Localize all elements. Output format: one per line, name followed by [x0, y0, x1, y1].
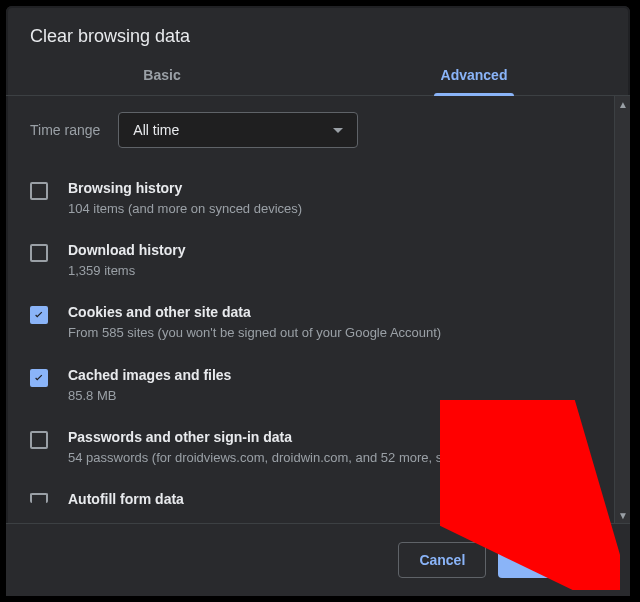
- data-type-title: Cookies and other site data: [68, 304, 594, 320]
- data-type-desc: 85.8 MB: [68, 387, 594, 405]
- clear-data-button[interactable]: Clear data: [498, 542, 606, 578]
- checkbox-download-history[interactable]: [30, 244, 48, 262]
- data-type-text: Browsing history 104 items (and more on …: [68, 180, 594, 218]
- data-type-desc: 104 items (and more on synced devices): [68, 200, 594, 218]
- data-type-desc: From 585 sites (you won't be signed out …: [68, 324, 594, 342]
- time-range-label: Time range: [30, 122, 100, 138]
- cancel-button[interactable]: Cancel: [398, 542, 486, 578]
- scrollbar[interactable]: ▲ ▼: [614, 96, 630, 523]
- checkbox-cached-images[interactable]: [30, 369, 48, 387]
- data-type-row: Passwords and other sign-in data 54 pass…: [30, 419, 594, 481]
- data-type-text: Cached images and files 85.8 MB: [68, 367, 594, 405]
- data-type-title: Download history: [68, 242, 594, 258]
- scroll-up-icon[interactable]: ▲: [615, 96, 630, 112]
- data-type-row: Browsing history 104 items (and more on …: [30, 170, 594, 232]
- checkbox-browsing-history[interactable]: [30, 182, 48, 200]
- scrollbar-track[interactable]: [615, 112, 630, 507]
- tab-advanced[interactable]: Advanced: [318, 53, 630, 95]
- data-type-text: Download history 1,359 items: [68, 242, 594, 280]
- data-type-row: Download history 1,359 items: [30, 232, 594, 294]
- chevron-down-icon: [333, 128, 343, 133]
- data-type-title: Cached images and files: [68, 367, 594, 383]
- time-range-value: All time: [133, 122, 179, 138]
- data-type-title: Passwords and other sign-in data: [68, 429, 594, 445]
- tab-basic[interactable]: Basic: [6, 53, 318, 95]
- checkbox-passwords[interactable]: [30, 431, 48, 449]
- data-type-row: Autofill form data: [30, 481, 594, 511]
- dialog-title: Clear browsing data: [6, 6, 630, 53]
- tabs: Basic Advanced: [6, 53, 630, 96]
- data-type-row: Cookies and other site data From 585 sit…: [30, 294, 594, 356]
- dialog-body: Time range All time Browsing history 104…: [6, 96, 630, 523]
- data-type-text: Cookies and other site data From 585 sit…: [68, 304, 594, 342]
- time-range-row: Time range All time: [30, 112, 594, 148]
- checkbox-autofill[interactable]: [30, 493, 48, 503]
- data-type-desc: 54 passwords (for droidviews.com, droidw…: [68, 449, 594, 467]
- data-type-title: Autofill form data: [68, 491, 594, 507]
- data-type-title: Browsing history: [68, 180, 594, 196]
- scroll-down-icon[interactable]: ▼: [615, 507, 630, 523]
- checkbox-cookies[interactable]: [30, 306, 48, 324]
- time-range-select[interactable]: All time: [118, 112, 358, 148]
- data-type-row: Cached images and files 85.8 MB: [30, 357, 594, 419]
- data-type-text: Passwords and other sign-in data 54 pass…: [68, 429, 594, 467]
- clear-browsing-data-dialog: Clear browsing data Basic Advanced Time …: [6, 6, 630, 596]
- data-type-text: Autofill form data: [68, 491, 594, 511]
- dialog-footer: Cancel Clear data: [6, 523, 630, 596]
- data-type-desc: 1,359 items: [68, 262, 594, 280]
- scroll-content: Time range All time Browsing history 104…: [6, 96, 614, 523]
